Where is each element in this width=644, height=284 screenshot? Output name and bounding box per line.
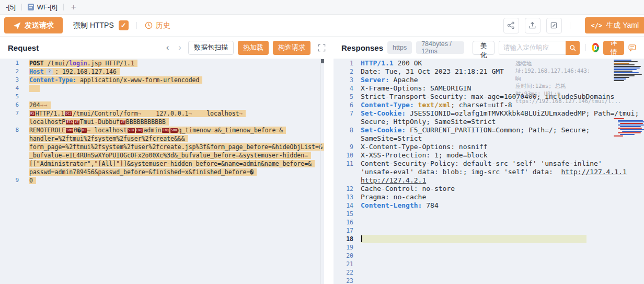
code-token: passwd=admin789456&passwd_before=&finish… bbox=[29, 168, 254, 176]
response-line[interactable]: 16 bbox=[334, 218, 644, 226]
response-line[interactable]: 22 bbox=[334, 268, 644, 277]
response-editor[interactable]: 远端地址:192.168.127.146:443; 响 应时间:12ms; 总耗… bbox=[334, 59, 644, 284]
request-line[interactable]: 3Content-Type: application/x-www-form-ur… bbox=[0, 76, 324, 84]
code-token: X-Content-Type-Options: nosniff bbox=[361, 143, 488, 151]
code-token: Host bbox=[29, 68, 44, 75]
send-request-button[interactable]: 发送请求 bbox=[4, 17, 63, 33]
code-token: → bbox=[44, 101, 48, 109]
response-line[interactable]: 21 bbox=[334, 260, 644, 268]
response-line[interactable]: http://127.4.2.1 bbox=[334, 176, 644, 185]
request-line[interactable]: passwd=admin789456&passwd_before=&finish… bbox=[0, 168, 324, 176]
request-line[interactable]: [["Administrator","[All]"]]&systemuser-h… bbox=[0, 160, 324, 168]
line-number: 5 bbox=[334, 93, 353, 101]
response-line[interactable]: 4X-Frame-Options: SAMEORIGIN bbox=[334, 84, 644, 93]
history-next-button[interactable]: › bbox=[176, 42, 184, 53]
hot-reload-button[interactable]: 热加载 bbox=[238, 41, 269, 55]
code-token bbox=[29, 85, 37, 92]
generate-yaml-button[interactable]: </> 生成 Yaml bbox=[585, 17, 644, 33]
tab-5[interactable]: -[5] bbox=[0, 0, 21, 14]
minimap-line bbox=[614, 61, 638, 62]
compose-button[interactable] bbox=[546, 18, 562, 33]
details-button[interactable]: 详情 bbox=[603, 41, 624, 55]
request-line[interactable]: 8REMOTEROLESOH0�VT→ localhostSTXENQadmin… bbox=[0, 126, 324, 134]
line-number: 18 bbox=[334, 235, 353, 243]
code-token: HTTP/1.1 bbox=[361, 59, 394, 67]
code-token: Content-Length: bbox=[361, 201, 422, 209]
response-line[interactable]: 13Pragma: no-cache bbox=[334, 193, 644, 201]
response-line[interactable]: 12Cache-Control: no-store bbox=[334, 185, 644, 193]
code-token: Set-Cookie: bbox=[361, 109, 406, 117]
request-line[interactable]: 4 bbox=[0, 84, 324, 93]
share-button[interactable] bbox=[503, 18, 519, 33]
response-line[interactable]: 11Content-Security-Policy: default-src '… bbox=[334, 160, 644, 168]
minimap-line bbox=[614, 135, 623, 137]
request-line[interactable]: 6204→→ bbox=[0, 101, 324, 109]
response-line[interactable]: 20 bbox=[334, 252, 644, 260]
code-token: REMOTEROLE bbox=[29, 127, 65, 134]
response-line[interactable]: 1HTTP/1.1 200 OK bbox=[334, 59, 644, 67]
line-number: 2 bbox=[334, 67, 353, 76]
response-line[interactable]: 2Date: Tue, 31 Oct 2023 21:18:21 GMT bbox=[334, 67, 644, 76]
request-line[interactable]: form_page=%2ftmui%2fsystem%2fuser%2fcrea… bbox=[0, 143, 324, 151]
feedback-icon[interactable] bbox=[628, 43, 636, 52]
response-line[interactable]: 10X-XSS-Protection: 1; mode=block bbox=[334, 151, 644, 160]
response-line[interactable]: 9X-Content-Type-Options: nosniff bbox=[334, 143, 644, 151]
request-scrollbar[interactable] bbox=[320, 59, 324, 284]
new-tab-button[interactable]: + bbox=[64, 2, 84, 13]
beautify-button[interactable]: 美化 bbox=[473, 41, 494, 55]
code-token: ; charset=utf-8 bbox=[451, 101, 512, 109]
response-line[interactable]: 19 bbox=[334, 243, 644, 252]
request-line[interactable]: handler=%2ftmui%2fsystem%2fuser%2fcreate… bbox=[0, 134, 324, 143]
response-line[interactable]: 15 bbox=[334, 210, 644, 218]
minimap[interactable] bbox=[614, 60, 643, 279]
fullscreen-icon[interactable] bbox=[318, 44, 326, 52]
response-line[interactable]: 7Set-Cookie: JSESSIONID=ozlafg1mTMVKXkbk… bbox=[334, 109, 644, 118]
response-line[interactable]: 17 bbox=[334, 226, 644, 235]
response-line[interactable]: SameSite=Strict bbox=[334, 134, 644, 143]
code-token: localhostP bbox=[29, 118, 65, 126]
code-token: → bbox=[138, 110, 142, 117]
code-token: localhost bbox=[192, 110, 239, 117]
scrollbar-thumb[interactable] bbox=[321, 59, 324, 63]
request-line[interactable]: 1POST /tmui/login.jsp HTTP/1.1 bbox=[0, 59, 324, 67]
chrome-icon[interactable] bbox=[592, 43, 599, 52]
line-content: X-Content-Type-Options: nosniff bbox=[353, 143, 488, 151]
response-line[interactable]: 'unsafe-eval' data: blob:; img-src 'self… bbox=[334, 168, 644, 176]
search-input[interactable] bbox=[499, 41, 566, 55]
request-line[interactable]: localhostPETXVTTmui-DubbufVTBBBBBBBBBBB bbox=[0, 118, 324, 126]
line-number bbox=[0, 143, 19, 151]
export-icon bbox=[528, 21, 536, 29]
code-token: /tmui/Control/form bbox=[73, 110, 138, 117]
line-content: Pragma: no-cache bbox=[353, 193, 426, 201]
response-line[interactable]: 14Content-Length: 784 bbox=[334, 201, 644, 210]
request-line[interactable]: 2Host?: 192.168.127.146 bbox=[0, 67, 324, 76]
line-number: 8 bbox=[334, 126, 353, 134]
request-line[interactable]: _bufvalue=eIL4RUnSwXYoPUIOGcOFx2o00Xc%3d… bbox=[0, 151, 324, 160]
export-button[interactable] bbox=[525, 18, 540, 33]
response-line[interactable]: 23 bbox=[334, 277, 644, 284]
code-token: localhost bbox=[91, 127, 127, 134]
force-https-checkbox[interactable]: ✓ bbox=[119, 20, 129, 30]
line-content: form_page=%2ftmui%2fsystem%2fuser%2fcrea… bbox=[19, 143, 324, 151]
request-line[interactable]: 90 bbox=[0, 176, 324, 185]
request-line[interactable]: 7RSHTTP/1.1DC2/tmui/Control/form→ 127.0.… bbox=[0, 109, 324, 118]
history-button[interactable]: 历史 bbox=[145, 21, 170, 30]
construct-request-button[interactable]: 构造请求 bbox=[273, 41, 310, 55]
line-number: 4 bbox=[0, 84, 19, 93]
response-line[interactable]: Secure; HttpOnly; SameSite=Strict bbox=[334, 118, 644, 126]
packet-scan-button[interactable]: 数据包扫描 bbox=[188, 41, 234, 55]
history-prev-button[interactable]: ‹ bbox=[164, 42, 172, 53]
line-content: passwd=admin789456&passwd_before=&finish… bbox=[19, 168, 257, 176]
code-token: → bbox=[87, 127, 91, 134]
search-button[interactable] bbox=[566, 41, 580, 55]
response-search bbox=[499, 41, 580, 55]
request-line[interactable]: 5 bbox=[0, 93, 324, 101]
request-editor[interactable]: 1POST /tmui/login.jsp HTTP/1.12Host?: 19… bbox=[0, 59, 324, 284]
line-number: 21 bbox=[334, 260, 353, 268]
response-line[interactable]: 8Set-Cookie: F5_CURRENT_PARTITION=Common… bbox=[334, 126, 644, 134]
tab-wf-6[interactable]: WF-[6] bbox=[22, 0, 63, 14]
share-icon bbox=[507, 21, 515, 29]
response-line[interactable]: 18 bbox=[334, 235, 644, 243]
minimap-line bbox=[620, 123, 643, 124]
response-line[interactable]: 3Server: Apache bbox=[334, 76, 644, 84]
